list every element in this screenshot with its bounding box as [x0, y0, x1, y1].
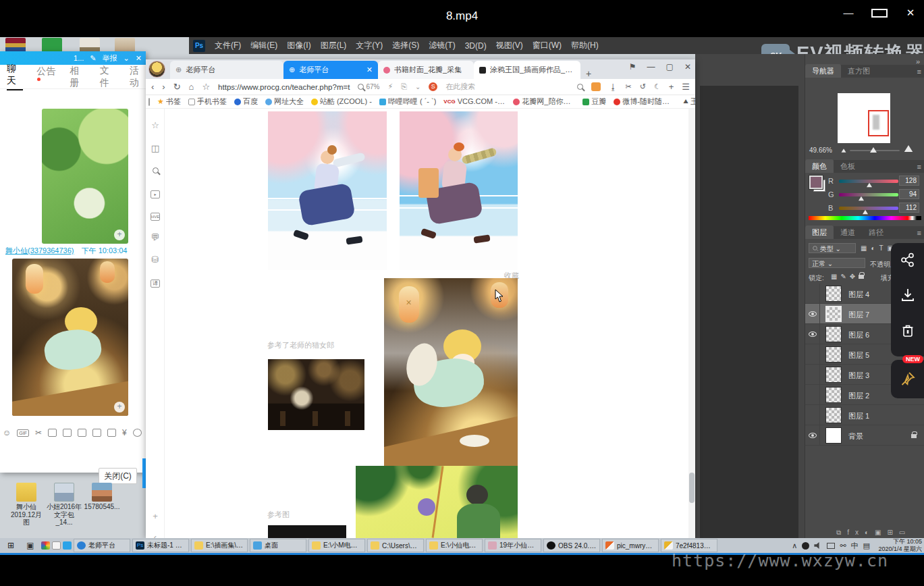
- taskbar-item-folder[interactable]: E:\小M电脑2...: [308, 539, 365, 552]
- gift-icon[interactable]: [107, 429, 116, 437]
- browser-maximize-button[interactable]: ▢: [666, 62, 674, 72]
- taskbar-item-image[interactable]: pic_mwrybx...: [602, 539, 659, 552]
- share-icon[interactable]: [900, 252, 915, 267]
- browser-profile-avatar[interactable]: [148, 61, 165, 78]
- ime-indicator[interactable]: 中: [851, 541, 859, 551]
- browser-tab-3[interactable]: 书籍封面_花瓣_采集: [378, 61, 474, 79]
- desktop-icon-image[interactable]: 15780545...: [84, 483, 120, 511]
- menu-file[interactable]: 文件(F): [215, 40, 241, 51]
- network-tray-icon[interactable]: [827, 543, 835, 549]
- layer-name[interactable]: 图层 3: [848, 371, 869, 381]
- tab-files[interactable]: 文件: [100, 65, 116, 89]
- chat-image-green-illustration[interactable]: +: [42, 109, 128, 244]
- download-icon[interactable]: ⭳: [609, 82, 617, 92]
- copy-url-icon[interactable]: ⎘: [401, 82, 407, 91]
- menu-edit[interactable]: 编辑(E): [250, 40, 277, 51]
- layer-thumbnail[interactable]: [825, 326, 842, 342]
- bookmark-item[interactable]: ⛰王: [683, 97, 695, 107]
- image-expand-badge[interactable]: +: [114, 402, 125, 412]
- artwork-dark-thumbnail[interactable]: [268, 525, 346, 538]
- search-box[interactable]: 在此搜索: [445, 82, 475, 92]
- visibility-toggle[interactable]: [805, 365, 820, 385]
- screenshot-scissors-icon[interactable]: ✂: [35, 428, 42, 437]
- tray-expand-icon[interactable]: ∧: [792, 541, 797, 550]
- navigator-zoom-value[interactable]: 49.66%: [809, 146, 832, 154]
- bookmark-item[interactable]: 微博-随时随地发: [614, 97, 676, 107]
- browser-flag-icon[interactable]: ⚑: [629, 62, 636, 72]
- browser-tab-1[interactable]: ⊕ 老师平台: [170, 61, 283, 79]
- forward-icon[interactable]: ›: [162, 82, 165, 92]
- trash-icon[interactable]: [900, 323, 915, 338]
- artwork-running-girl-2[interactable]: [400, 111, 518, 270]
- desktop-icon-folder[interactable]: 舞小仙2019.12月图: [8, 483, 45, 527]
- visibility-toggle[interactable]: [805, 324, 820, 344]
- navigator-viewport-rect[interactable]: [868, 110, 889, 136]
- add-icon[interactable]: +: [669, 82, 674, 92]
- layer-thumbnail[interactable]: [825, 427, 842, 444]
- bookmark-item[interactable]: 站酷 (ZCOOL) -: [311, 97, 372, 107]
- layer-row-background[interactable]: 背景: [805, 425, 924, 446]
- artwork-running-girl-1[interactable]: [268, 111, 387, 270]
- menu-select[interactable]: 选择(S): [392, 40, 419, 51]
- search-icon[interactable]: [577, 84, 583, 90]
- layer-name[interactable]: 背景: [848, 431, 863, 442]
- task-view-button[interactable]: ▣: [22, 539, 39, 552]
- layer-thumbnail[interactable]: [825, 407, 842, 423]
- menu-view[interactable]: 视图(V): [496, 40, 523, 51]
- image-send-icon[interactable]: [78, 429, 86, 437]
- sogou-icon[interactable]: S: [429, 82, 437, 91]
- taskbar-item-image[interactable]: 7e2f481386...: [661, 539, 717, 552]
- browser-minimize-button[interactable]: —: [647, 62, 655, 72]
- visibility-toggle[interactable]: [805, 405, 820, 425]
- menu-icon[interactable]: ☰: [682, 82, 690, 92]
- bookmark-item[interactable]: 花瓣网_陪你做生: [513, 97, 575, 107]
- layer-filter-select[interactable]: 类型 ⌄: [809, 243, 856, 253]
- tab-chat[interactable]: 聊天: [7, 63, 23, 90]
- quicklaunch-window-icon[interactable]: [63, 541, 72, 550]
- channel-thumb[interactable]: [859, 196, 864, 201]
- taskbar-item-browser[interactable]: 老师平台: [74, 539, 130, 552]
- channel-value[interactable]: 112: [899, 203, 919, 213]
- history-restore-icon[interactable]: ↺: [640, 82, 646, 91]
- folder-send-icon[interactable]: [48, 429, 57, 437]
- browser-tab-2-active[interactable]: ⊕ 老师平台 ✕: [283, 61, 378, 79]
- tab-album[interactable]: 相册: [70, 65, 86, 89]
- bookmark-item[interactable]: ★书签: [157, 97, 181, 107]
- menu-type[interactable]: 文字(Y): [356, 40, 383, 51]
- bookmark-item[interactable]: 豆瓣: [582, 97, 606, 107]
- channel-value[interactable]: 128: [899, 176, 919, 186]
- taskbar-item-photoshop[interactable]: Ps未标题-1 @ ...: [132, 539, 189, 552]
- photoshop-canvas[interactable]: [700, 86, 798, 538]
- qq-dropdown-icon[interactable]: ⌄: [124, 54, 130, 63]
- scrollbar-thumb[interactable]: [689, 473, 695, 503]
- gif-icon[interactable]: GIF: [17, 429, 29, 437]
- sender-name[interactable]: 舞小仙(3379364736): [5, 246, 74, 255]
- layer-name[interactable]: 图层 5: [848, 350, 869, 361]
- minimize-button[interactable]: —: [840, 7, 857, 20]
- taskbar-item-folder[interactable]: 19年小仙灵...: [485, 539, 541, 552]
- emoji-icon[interactable]: ☺: [3, 428, 11, 437]
- layer-thumbnail[interactable]: [825, 367, 842, 383]
- ime-mode-icon[interactable]: ▤: [863, 541, 870, 550]
- tab-navigator[interactable]: 导航器: [805, 64, 841, 78]
- taskbar-item-desktop[interactable]: 桌面: [250, 539, 306, 552]
- layer-thumbnail[interactable]: [825, 387, 842, 403]
- channel-slider[interactable]: [839, 207, 898, 210]
- hve-panel-icon[interactable]: HVE: [146, 210, 165, 221]
- tab-channels[interactable]: 通道: [834, 225, 862, 239]
- pin-icon[interactable]: [900, 371, 916, 387]
- menu-layer[interactable]: 图层(L): [321, 40, 347, 51]
- tab-swatches[interactable]: 色板: [834, 159, 862, 173]
- visibility-toggle[interactable]: [805, 344, 820, 365]
- visibility-toggle[interactable]: [805, 385, 820, 405]
- layer-name[interactable]: 图层 2: [848, 391, 869, 401]
- panel-menu-icon[interactable]: ≡: [917, 68, 921, 76]
- sidebar-add-icon[interactable]: +: [146, 511, 165, 521]
- reload-icon[interactable]: ↻: [173, 82, 181, 92]
- translate-icon[interactable]: 译: [146, 277, 165, 288]
- dropdown-icon[interactable]: ⌄: [415, 83, 420, 90]
- panel-menu-icon[interactable]: ≡: [917, 163, 921, 171]
- video-content[interactable]: Ps 文件(F) 编辑(E) 图像(I) 图层(L) 文字(Y) 选择(S) 滤…: [0, 37, 924, 555]
- back-icon[interactable]: ‹: [151, 82, 154, 92]
- favorites-star-icon[interactable]: ☆: [146, 120, 165, 130]
